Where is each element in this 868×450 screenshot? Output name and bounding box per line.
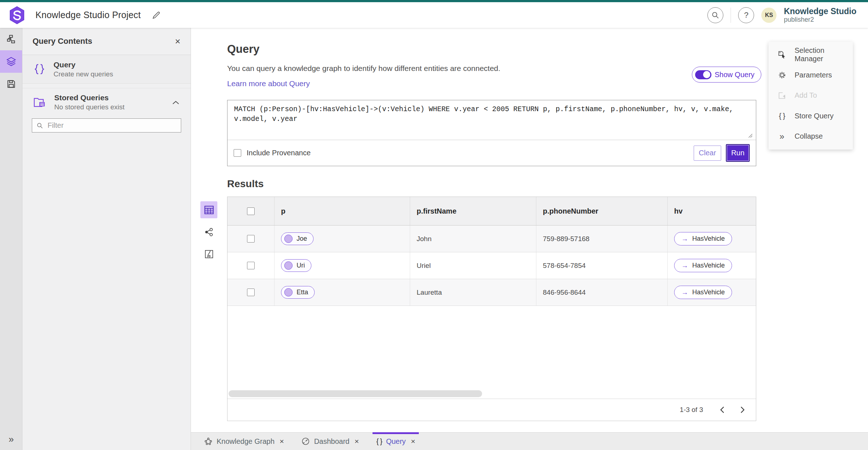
row-checkbox[interactable] <box>247 235 255 243</box>
previous-page-button[interactable] <box>717 404 728 415</box>
chevron-right-icon <box>740 406 745 413</box>
chart-view-icon <box>204 249 214 259</box>
filter-field[interactable] <box>32 118 181 133</box>
knowledge-graph-icon <box>204 437 213 446</box>
node-badge[interactable]: Uri <box>281 259 311 272</box>
close-icon: × <box>175 36 180 47</box>
toggle-switch[interactable] <box>695 70 711 79</box>
include-provenance-checkbox[interactable] <box>234 149 241 157</box>
graph-view-button[interactable] <box>200 223 217 240</box>
selection-manager-icon <box>777 50 787 59</box>
results-view-switcher <box>200 201 217 262</box>
user-info: Knowledge Studio publisher2 <box>784 7 859 24</box>
collapse-section-button[interactable] <box>172 100 180 105</box>
chevron-left-icon <box>720 406 725 413</box>
include-provenance-label: Include Provenance <box>247 149 311 157</box>
filter-input[interactable] <box>47 121 176 130</box>
tab-query[interactable]: { } Query × <box>367 433 424 450</box>
bottom-tab-bar: Knowledge Graph × Dashboard × { } Query … <box>191 432 868 450</box>
selection-manager-button[interactable]: Selection Manager <box>769 45 853 64</box>
stored-queries-description: No stored queries exist <box>54 103 124 111</box>
panel-item-description: Create new queries <box>54 70 113 78</box>
stored-queries-section: Stored Queries No stored queries exist <box>22 88 191 139</box>
query-editor[interactable]: MATCH (p:Person)-[hv:HasVehicle]->(v:Veh… <box>227 100 756 140</box>
add-to-button: Add To <box>769 86 853 105</box>
sidebar-item-hierarchy[interactable] <box>0 28 22 50</box>
stored-queries-folder-icon <box>33 96 46 109</box>
learn-more-link[interactable]: Learn more about Query <box>227 79 310 88</box>
search-button[interactable] <box>707 7 723 23</box>
node-badge[interactable]: Etta <box>281 286 315 299</box>
relationship-badge[interactable]: →HasVehicle <box>674 259 732 272</box>
table-row[interactable]: Etta Lauretta 846-956-8644 →HasVehicle <box>227 279 756 306</box>
table-row[interactable]: Joe John 759-889-57168 →HasVehicle <box>227 226 756 252</box>
panel-header: Query Contents × <box>22 28 191 55</box>
show-query-toggle[interactable]: Show Query <box>692 67 761 83</box>
graph-view-icon <box>204 227 214 237</box>
pagination-label: 1-3 of 3 <box>680 406 703 414</box>
table-view-icon <box>204 205 214 215</box>
layers-icon <box>6 56 17 67</box>
query-editor-footer: Include Provenance Clear Run <box>227 140 756 166</box>
arrow-right-icon: → <box>681 289 688 296</box>
table-view-button[interactable] <box>200 201 217 218</box>
store-query-button[interactable]: { } Store Query <box>769 106 853 126</box>
results-table-card: p p.firstName p.phoneNumber hv Joe John … <box>227 197 756 421</box>
column-header[interactable]: hv <box>668 197 756 225</box>
top-accent-strip <box>0 0 868 2</box>
stored-queries-header[interactable]: Stored Queries No stored queries exist <box>22 93 191 111</box>
collapse-panel-button[interactable]: » Collapse <box>769 127 853 146</box>
search-icon <box>37 122 43 129</box>
results-heading: Results <box>227 178 264 190</box>
arrow-right-icon: → <box>681 262 688 269</box>
panel-item-query[interactable]: Query Create new queries <box>22 55 191 84</box>
tab-dashboard[interactable]: Dashboard × <box>293 433 367 450</box>
column-header[interactable]: p <box>275 197 410 225</box>
cell-first-name: Lauretta <box>410 279 536 306</box>
avatar[interactable]: KS <box>761 8 776 23</box>
chart-view-button[interactable] <box>200 245 217 262</box>
topbar-divider <box>731 8 731 23</box>
panel-item-title: Query <box>54 60 113 69</box>
node-dot-icon <box>284 288 293 297</box>
sidebar-item-queries[interactable] <box>0 50 22 73</box>
column-header[interactable]: p.firstName <box>410 197 536 225</box>
page-title: Query <box>227 43 260 56</box>
node-badge[interactable]: Joe <box>281 232 314 245</box>
cell-first-name: Uriel <box>410 252 536 279</box>
top-bar: Knowledge Studio Project ? KS Knowledge … <box>0 2 868 28</box>
select-all-checkbox[interactable] <box>247 207 255 215</box>
edit-title-icon[interactable] <box>152 10 161 20</box>
help-button[interactable]: ? <box>738 7 754 23</box>
braces-icon <box>33 63 46 75</box>
parameters-button[interactable]: Parameters <box>769 66 853 85</box>
expand-rail-button[interactable]: » <box>0 434 22 445</box>
run-button[interactable]: Run <box>726 144 750 162</box>
toggle-label: Show Query <box>715 71 754 79</box>
close-tab-button[interactable]: × <box>354 437 359 446</box>
close-tab-button[interactable]: × <box>411 437 415 446</box>
relationship-badge[interactable]: →HasVehicle <box>674 232 732 245</box>
query-editor-card: MATCH (p:Person)-[hv:HasVehicle]->(v:Veh… <box>227 100 756 166</box>
tab-knowledge-graph[interactable]: Knowledge Graph × <box>195 433 293 450</box>
user-name: publisher2 <box>784 16 856 24</box>
close-panel-button[interactable]: × <box>175 37 180 46</box>
help-icon: ? <box>744 10 748 20</box>
panel-title: Query Contents <box>33 37 92 46</box>
double-chevron-right-icon: » <box>9 434 14 445</box>
table-row[interactable]: Uri Uriel 578-654-7854 →HasVehicle <box>227 252 756 279</box>
cell-phone-number: 846-956-8644 <box>536 279 668 306</box>
table-empty-area <box>227 306 756 399</box>
next-page-button[interactable] <box>737 404 748 415</box>
column-header[interactable]: p.phoneNumber <box>536 197 668 225</box>
row-checkbox[interactable] <box>247 289 255 296</box>
sidebar-item-save[interactable] <box>0 73 22 95</box>
relationship-badge[interactable]: →HasVehicle <box>674 286 732 299</box>
row-checkbox[interactable] <box>247 262 255 269</box>
cell-phone-number: 578-654-7854 <box>536 252 668 279</box>
pagination-bar: 1-3 of 3 <box>227 399 756 421</box>
resize-handle[interactable] <box>748 133 753 138</box>
horizontal-scrollbar-thumb[interactable] <box>229 390 482 397</box>
close-tab-button[interactable]: × <box>280 437 284 446</box>
clear-button[interactable]: Clear <box>694 146 721 161</box>
